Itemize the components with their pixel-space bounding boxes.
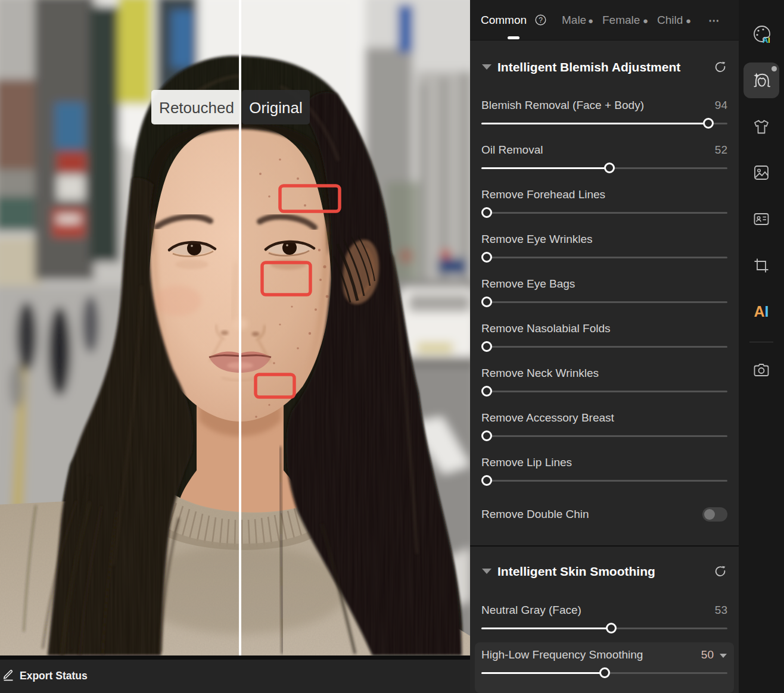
svg-text:Original: Original bbox=[249, 99, 303, 117]
svg-text:I: I bbox=[768, 36, 770, 45]
svg-text:?: ? bbox=[539, 16, 543, 24]
svg-text:Retouched: Retouched bbox=[159, 99, 234, 117]
